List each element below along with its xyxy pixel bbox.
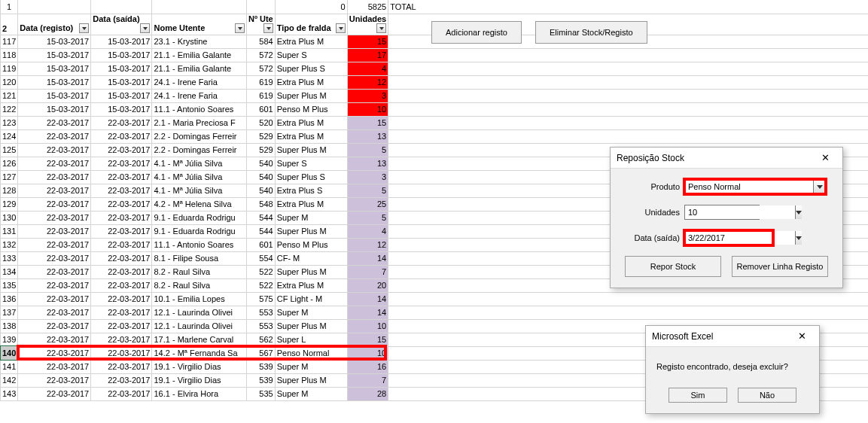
cell-tipo[interactable]: Super Plus M — [275, 89, 347, 102]
row-header[interactable]: 125 — [1, 143, 18, 157]
cell-unidades[interactable]: 5 — [347, 211, 388, 224]
cell-nome[interactable]: 21.1 - Emilia Galante — [152, 62, 246, 75]
cell-nute[interactable]: 535 — [246, 387, 275, 400]
table-row[interactable]: 12215-03-201715-03-201711.1 - Antonio So… — [1, 102, 869, 116]
cell-data-saida[interactable]: 22-03-2017 — [91, 360, 152, 373]
unidades-combo[interactable] — [684, 205, 760, 220]
cell-nute[interactable]: 544 — [246, 224, 275, 238]
cell-data-registo[interactable]: 15-03-2017 — [18, 75, 91, 89]
cell-unidades[interactable]: 13 — [347, 157, 388, 170]
produto-input[interactable] — [685, 180, 813, 193]
cell-unidades[interactable]: 14 — [347, 292, 388, 306]
table-row[interactable]: 12422-03-201722-03-20172.2 - Domingas Fe… — [1, 129, 869, 143]
chevron-down-icon[interactable] — [795, 205, 802, 219]
cell-nome[interactable]: 16.1 - Elvira Hora — [152, 387, 246, 400]
table-row[interactable]: 11915-03-201715-03-201721.1 - Emilia Gal… — [1, 62, 869, 75]
table-row[interactable]: 13722-03-201722-03-201712.1 - Laurinda O… — [1, 306, 869, 319]
cell-data-registo[interactable]: 22-03-2017 — [18, 157, 91, 170]
cell-data-saida[interactable]: 22-03-2017 — [91, 387, 152, 400]
cell-data-saida[interactable]: 22-03-2017 — [91, 333, 152, 346]
row-header[interactable]: 118 — [1, 48, 18, 62]
cell-nome[interactable]: 8.2 - Raul Silva — [152, 265, 246, 278]
cell-data-saida[interactable]: 15-03-2017 — [91, 48, 152, 62]
cell-nome[interactable]: 17.1 - Marlene Carval — [152, 333, 246, 346]
cell-tipo[interactable]: Extra Plus M — [275, 35, 347, 48]
cell-unidades[interactable]: 15 — [347, 35, 388, 48]
cell-data-saida[interactable]: 22-03-2017 — [91, 116, 152, 129]
cell-data-registo[interactable]: 22-03-2017 — [18, 224, 91, 238]
cell-nome[interactable]: 10.1 - Emilia Lopes — [152, 292, 246, 306]
col-header-nome[interactable]: Nome Utente — [152, 14, 246, 35]
cell-nute[interactable]: 520 — [246, 116, 275, 129]
cell-data-registo[interactable]: 22-03-2017 — [18, 184, 91, 197]
cell-nute[interactable]: 572 — [246, 48, 275, 62]
filter-icon[interactable] — [79, 23, 89, 33]
filter-icon[interactable] — [140, 23, 150, 33]
cell-tipo[interactable]: Penso M Plus — [275, 102, 347, 116]
cell-tipo[interactable]: Extra Plus S — [275, 184, 347, 197]
cell-nome[interactable]: 2.2 - Domingas Ferreir — [152, 143, 246, 157]
remover-linha-button[interactable]: Remover Linha Registo — [732, 256, 828, 277]
cell-tipo[interactable]: Super M — [275, 360, 347, 373]
row-header[interactable]: 121 — [1, 89, 18, 102]
cell-unidades[interactable]: 7 — [347, 373, 388, 387]
cell-unidades[interactable]: 4 — [347, 62, 388, 75]
cell-unidades[interactable]: 20 — [347, 278, 388, 292]
cell-nome[interactable]: 23.1 - Krystine — [152, 35, 246, 48]
cell-data-saida[interactable]: 22-03-2017 — [91, 278, 152, 292]
cell-data-saida[interactable]: 15-03-2017 — [91, 75, 152, 89]
row-header[interactable]: 132 — [1, 238, 18, 251]
cell-nome[interactable]: 12.1 - Laurinda Olivei — [152, 306, 246, 319]
table-row[interactable]: 12322-03-201722-03-20172.1 - Maria Preci… — [1, 116, 869, 129]
cell-nome[interactable]: 4.2 - Mª Helena Silva — [152, 197, 246, 211]
cell-tipo[interactable]: Super Plus M — [275, 224, 347, 238]
cell-data-registo[interactable]: 15-03-2017 — [18, 89, 91, 102]
row-header-1[interactable]: 1 — [1, 0, 18, 14]
cell-tipo[interactable]: Super Plus M — [275, 265, 347, 278]
cell-tipo[interactable]: Super Plus S — [275, 62, 347, 75]
row-header[interactable]: 139 — [1, 333, 18, 346]
row-header[interactable]: 117 — [1, 35, 18, 48]
cell-data-saida[interactable]: 15-03-2017 — [91, 102, 152, 116]
cell-tipo[interactable]: Super M — [275, 211, 347, 224]
cell-data-saida[interactable]: 22-03-2017 — [91, 170, 152, 184]
cell-tipo[interactable]: Super Plus M — [275, 319, 347, 333]
cell-data-registo[interactable]: 15-03-2017 — [18, 62, 91, 75]
cell-data-registo[interactable]: 15-03-2017 — [18, 48, 91, 62]
cell-data-saida[interactable]: 22-03-2017 — [91, 373, 152, 387]
cell-data-saida[interactable]: 22-03-2017 — [91, 143, 152, 157]
cell-data-saida[interactable]: 22-03-2017 — [91, 184, 152, 197]
data-saida-combo[interactable] — [684, 230, 773, 245]
cell-data-registo[interactable]: 15-03-2017 — [18, 35, 91, 48]
cell-nome[interactable]: 2.1 - Maria Preciosa F — [152, 116, 246, 129]
cell-nute[interactable]: 529 — [246, 143, 275, 157]
row-header[interactable]: 128 — [1, 184, 18, 197]
table-row[interactable]: 13622-03-201722-03-201710.1 - Emilia Lop… — [1, 292, 869, 306]
filter-icon[interactable] — [235, 23, 245, 33]
cell-data-registo[interactable]: 22-03-2017 — [18, 211, 91, 224]
chevron-down-icon[interactable] — [795, 231, 802, 245]
cell-tipo[interactable]: Extra Plus M — [275, 197, 347, 211]
cell-data-saida[interactable]: 22-03-2017 — [91, 251, 152, 265]
cell-unidades[interactable]: 15 — [347, 116, 388, 129]
cell-nute[interactable]: 522 — [246, 265, 275, 278]
cell-data-registo[interactable]: 22-03-2017 — [18, 333, 91, 346]
cell-tipo[interactable]: Super Plus M — [275, 143, 347, 157]
cell-data-registo[interactable]: 22-03-2017 — [18, 346, 91, 360]
cell-unidades[interactable]: 7 — [347, 265, 388, 278]
row-header[interactable]: 135 — [1, 278, 18, 292]
cell-unidades[interactable]: 12 — [347, 238, 388, 251]
col-header-data-saida[interactable]: Data (saída) — [91, 14, 152, 35]
cell-nome[interactable]: 9.1 - Eduarda Rodrigu — [152, 211, 246, 224]
cell-nute[interactable]: 544 — [246, 211, 275, 224]
cell-data-saida[interactable]: 22-03-2017 — [91, 197, 152, 211]
cell-data-registo[interactable]: 22-03-2017 — [18, 265, 91, 278]
cell-unidades[interactable]: 14 — [347, 306, 388, 319]
cell-nome[interactable]: 8.1 - Filipe Sousa — [152, 251, 246, 265]
cell-data-saida[interactable]: 22-03-2017 — [91, 306, 152, 319]
cell-unidades[interactable]: 3 — [347, 89, 388, 102]
cell-nute[interactable]: 572 — [246, 62, 275, 75]
add-record-button[interactable]: Adicionar registo — [431, 21, 522, 44]
cell-nome[interactable]: 21.1 - Emilia Galante — [152, 48, 246, 62]
cell-data-saida[interactable]: 22-03-2017 — [91, 157, 152, 170]
